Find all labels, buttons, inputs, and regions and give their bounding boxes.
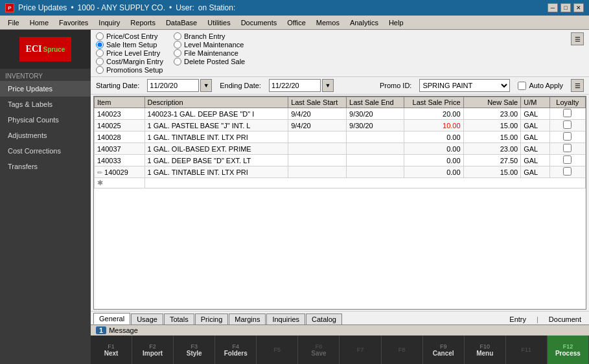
fkey-f9[interactable]: F9 Cancel [423, 336, 465, 364]
fkey-f12[interactable]: F12 Process [548, 336, 589, 364]
radio-price-cost-entry[interactable]: Price/Cost Entry [96, 32, 163, 40]
fkey-f3[interactable]: F3 Style [174, 336, 215, 364]
radio-promotions-setup[interactable]: Promotions Setup [96, 66, 163, 74]
cell-new-sale: 15.00 [463, 166, 521, 178]
radio-price-level-entry[interactable]: Price Level Entry [96, 49, 163, 57]
menu-item-utilities[interactable]: Utilities [202, 17, 235, 28]
cell-last-sale-end: 9/30/20 [347, 120, 404, 131]
starting-date-label: Starting Date: [96, 82, 139, 89]
table-row[interactable]: 140037 1 GAL. OIL-BASED EXT. PRIME 0.00 … [95, 143, 586, 155]
table-container: Item Description Last Sale Start Last Sa… [93, 96, 586, 310]
tab-usage[interactable]: Usage [131, 313, 163, 324]
radio-delete-posted-sale[interactable]: Delete Posted Sale [174, 58, 245, 65]
tab-entry-link[interactable]: Entry [504, 314, 531, 324]
cell-last-sale-start [288, 166, 347, 178]
fkey-f6: F6 Save [298, 336, 340, 364]
table-row[interactable]: 140028 1 GAL. TINTABLE INT. LTX PRI 0.00… [95, 131, 586, 143]
title-bar: P Price Updates • 1000 - ANY SUPPLY CO. … [0, 0, 589, 16]
cell-new-row-star: ✱ [95, 178, 145, 188]
sidebar-section: Inventory [0, 69, 91, 81]
tab-pricing[interactable]: Pricing [195, 313, 229, 324]
tab-document-link[interactable]: Document [544, 314, 586, 324]
sidebar-item-adjustments[interactable]: Adjustments [0, 128, 91, 143]
sidebar-item-physical-counts[interactable]: Physical Counts [0, 112, 91, 128]
ending-date-picker[interactable]: ▼ [322, 79, 334, 92]
col-header-um: U/M [521, 97, 549, 108]
options-menu-button[interactable]: ☰ [571, 32, 584, 45]
menu-item-documents[interactable]: Documents [236, 17, 283, 28]
starting-date-picker[interactable]: ▼ [200, 79, 212, 92]
cell-last-sale-end [347, 143, 404, 155]
status-number: 1 [96, 326, 106, 334]
tab-general[interactable]: General [93, 313, 130, 324]
tab-margins[interactable]: Margins [229, 313, 266, 324]
tab-catalog[interactable]: Catalog [306, 313, 342, 324]
cell-um: GAL [521, 143, 549, 155]
cell-last-sale-price: 0.00 [404, 166, 463, 178]
ending-date-field: ▼ [269, 79, 334, 92]
cell-um: GAL [521, 155, 549, 166]
logo-text: ECI [26, 44, 42, 54]
maximize-button[interactable]: □ [560, 3, 571, 12]
sidebar-item-transfers[interactable]: Transfers [0, 159, 91, 174]
cell-last-sale-start [288, 131, 347, 143]
user-label: User: [176, 3, 194, 12]
table-row[interactable]: 140033 1 GAL. DEEP BASE "D" EXT. LT 0.00… [95, 155, 586, 166]
tab-totals[interactable]: Totals [164, 313, 194, 324]
fkey-f8: F8 [382, 336, 423, 364]
cell-um: GAL [521, 120, 549, 131]
minimize-button[interactable]: ─ [548, 3, 558, 12]
fkey-f4[interactable]: F4 Folders [215, 336, 257, 364]
table-row[interactable]: ✏ 140029 1 GAL. TINTABLE INT. LTX PRI 0.… [95, 166, 586, 178]
menu-item-analytics[interactable]: Analytics [345, 17, 384, 28]
fkey-f1[interactable]: F1 Next [91, 336, 132, 364]
menu-item-database[interactable]: DataBase [161, 17, 202, 28]
dates-menu-button[interactable]: ☰ [571, 79, 584, 92]
ending-date-label: Ending Date: [220, 82, 261, 89]
radio-branch-entry[interactable]: Branch Entry [174, 32, 245, 40]
tab-inquiries[interactable]: Inquiries [266, 313, 305, 324]
table-new-row[interactable]: ✱ [95, 178, 586, 188]
menu-item-favorites[interactable]: Favorites [54, 17, 93, 28]
cell-um: GAL [521, 131, 549, 143]
menu-item-home[interactable]: Home [25, 17, 54, 28]
ending-date-input[interactable] [269, 79, 321, 92]
options-row: Price/Cost Entry Sale Item Setup Price L… [91, 30, 589, 77]
auto-apply-checkbox[interactable] [518, 82, 526, 90]
menu-item-file[interactable]: File [3, 17, 25, 28]
col-header-last-sale-start: Last Sale Start [288, 97, 347, 108]
logo-sub: Spruce [43, 46, 65, 53]
menu-item-memos[interactable]: Memos [311, 17, 345, 28]
price-updates-table: Item Description Last Sale Start Last Sa… [94, 97, 586, 188]
menu-item-help[interactable]: Help [384, 17, 409, 28]
table-row[interactable]: 140023 140023-1 GAL. DEEP BASE "D" I 9/4… [95, 108, 586, 120]
radio-level-maintenance[interactable]: Level Maintenance [174, 41, 245, 49]
sidebar-item-cost-corrections[interactable]: Cost Corrections [0, 143, 91, 159]
radio-sale-item-setup[interactable]: Sale Item Setup [96, 41, 163, 49]
menu-item-office[interactable]: Office [282, 17, 311, 28]
close-button[interactable]: ✕ [573, 3, 584, 12]
fkey-f2[interactable]: F2 Import [132, 336, 174, 364]
menu-item-inquiry[interactable]: Inquiry [93, 17, 125, 28]
radio-cost-margin-entry[interactable]: Cost/Margin Entry [96, 58, 163, 65]
starting-date-input[interactable] [147, 79, 199, 92]
cell-last-sale-end [347, 166, 404, 178]
table-row[interactable]: 140025 1 GAL. PASTEL BASE "J" INT. L 9/4… [95, 120, 586, 131]
cell-description: 1 GAL. TINTABLE INT. LTX PRI [144, 166, 288, 178]
col-header-last-sale-end: Last Sale End [347, 97, 404, 108]
cell-last-sale-price: 20.00 [404, 108, 463, 120]
cell-loyalty [549, 120, 585, 131]
sidebar-item-tags-labels[interactable]: Tags & Labels [0, 97, 91, 112]
promo-id-select[interactable]: SPRING PAINT [419, 79, 510, 92]
cell-item: 140023 [95, 108, 145, 120]
sidebar-item-price-updates[interactable]: Price Updates [0, 81, 91, 97]
promo-id-label: Promo ID: [380, 82, 412, 89]
fkey-f10[interactable]: F10 Menu [465, 336, 506, 364]
cell-description: 1 GAL. PASTEL BASE "J" INT. L [144, 120, 288, 131]
dates-row: Starting Date: ▼ Ending Date: ▼ Promo ID… [91, 77, 589, 95]
radio-file-maintenance[interactable]: File Maintenance [174, 49, 245, 57]
menu-item-reports[interactable]: Reports [125, 17, 161, 28]
cell-last-sale-start: 9/4/20 [288, 120, 347, 131]
cell-item: 140037 [95, 143, 145, 155]
fkey-f7: F7 [340, 336, 381, 364]
